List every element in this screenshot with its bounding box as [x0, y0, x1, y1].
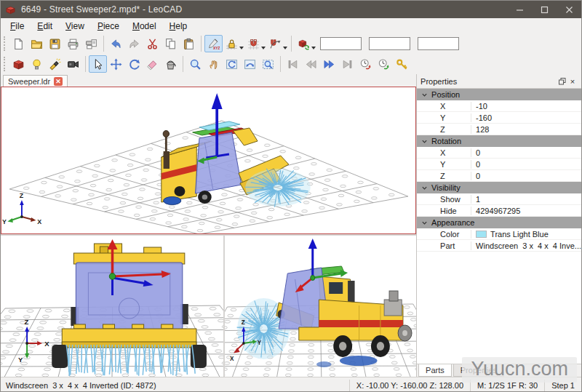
snap-angle-dropdown-icon: [283, 47, 287, 49]
cut-button[interactable]: [143, 35, 162, 52]
snap-angle-button[interactable]: [266, 35, 284, 52]
zoom-tool-button[interactable]: [186, 55, 204, 73]
property-value[interactable]: 0: [471, 160, 581, 169]
float-dock-icon[interactable]: [557, 76, 567, 87]
menu-edit[interactable]: Edit: [31, 20, 59, 33]
property-label: Hide: [440, 207, 471, 215]
property-value[interactable]: 0: [471, 172, 581, 180]
window-title: 6649 - Street Sweeper2.mpd* - LeoCAD: [21, 4, 182, 15]
property-value[interactable]: Trans Light Blue: [471, 230, 581, 239]
chevron-down-icon: [421, 138, 428, 145]
transform-swap-group[interactable]: [295, 35, 316, 52]
pan-tool-button[interactable]: [204, 55, 223, 73]
viewport-front[interactable]: Z X Y: [1, 236, 223, 377]
snap-move-group[interactable]: [244, 35, 266, 52]
first-step-button[interactable]: [284, 55, 302, 73]
copy-button[interactable]: [162, 35, 180, 52]
property-value[interactable]: Windscreen 3 x 4 x 4 Inve...: [471, 241, 581, 250]
properties-dock-titlebar[interactable]: Properties ×: [417, 74, 581, 88]
group-visibility[interactable]: Visibility: [417, 182, 581, 193]
sweeper-brush-bristles: [66, 345, 195, 376]
snap-angle-group[interactable]: [266, 35, 288, 52]
undo-button[interactable]: [107, 35, 125, 52]
lock-snap-button[interactable]: [223, 35, 241, 52]
properties-empty-area: [417, 252, 581, 364]
delete-tool-button[interactable]: [143, 55, 162, 73]
leocad-window: 6649 - Street Sweeper2.mpd* - LeoCAD Fil…: [0, 0, 582, 392]
paint-tool-button[interactable]: [162, 55, 180, 73]
group-position[interactable]: Position: [417, 89, 581, 100]
insert-piece-button[interactable]: [9, 55, 28, 73]
print-preview-button[interactable]: [82, 35, 100, 52]
property-value[interactable]: 0: [471, 148, 581, 157]
close-dock-icon[interactable]: ×: [567, 76, 578, 87]
camera-button[interactable]: [64, 55, 82, 73]
rotate-view-button[interactable]: [223, 55, 241, 73]
lock-snap-group[interactable]: [223, 35, 244, 52]
broom-piece: [164, 151, 170, 169]
svg-text:Y: Y: [2, 218, 7, 225]
property-label: Y: [440, 113, 471, 122]
property-row: Show1: [417, 193, 581, 205]
light-button[interactable]: [28, 55, 46, 73]
toolbar-grip[interactable]: [4, 36, 7, 51]
group-appearance[interactable]: Appearance: [417, 217, 581, 228]
app-logo-brick-icon: [5, 4, 16, 15]
redo-button[interactable]: [125, 35, 143, 52]
zoom-region-button[interactable]: [259, 55, 277, 73]
property-label: X: [440, 148, 471, 157]
snap-z-combo[interactable]: [369, 37, 410, 50]
move-relative-xyz-button[interactable]: XYZ: [204, 35, 223, 52]
street-sweeper-model-front[interactable]: [52, 239, 207, 376]
last-step-button[interactable]: [338, 55, 356, 73]
dock-tab-parts[interactable]: Parts: [418, 364, 452, 377]
add-keys-button[interactable]: [393, 55, 411, 73]
menu-help[interactable]: Help: [163, 20, 194, 33]
street-sweeper-model-side[interactable]: [237, 239, 412, 367]
viewport-side[interactable]: Z Y X: [225, 236, 416, 377]
transform-swap-dropdown-icon: [311, 47, 316, 49]
print-button[interactable]: [64, 35, 82, 52]
save-file-button[interactable]: [46, 35, 64, 52]
time-forward-button[interactable]: [375, 55, 393, 73]
paste-button[interactable]: [180, 35, 198, 52]
roll-tool-button[interactable]: [241, 55, 259, 73]
menu-file[interactable]: File: [4, 20, 31, 33]
menu-view[interactable]: View: [59, 20, 91, 33]
property-value[interactable]: -10: [471, 102, 581, 111]
menu-piece[interactable]: Piece: [91, 20, 126, 33]
snap-xy-combo[interactable]: [320, 37, 362, 50]
transform-swap-button[interactable]: [295, 35, 313, 52]
properties-dock: Properties × Position X-10 Y-160 Z128 Ro…: [416, 74, 581, 377]
viewport-perspective[interactable]: Z Y X: [1, 87, 416, 234]
select-tool-button[interactable]: [89, 55, 107, 73]
property-value[interactable]: 128: [471, 125, 581, 134]
close-button[interactable]: [557, 1, 581, 18]
street-sweeper-model-perspective[interactable]: [162, 93, 311, 207]
move-tool-button[interactable]: [107, 55, 125, 73]
rotate-tool-button[interactable]: [125, 55, 143, 73]
previous-step-button[interactable]: [302, 55, 320, 73]
chevron-down-icon: [421, 185, 428, 191]
spotlight-button[interactable]: [46, 55, 64, 73]
model-tabs-and-viewports: Sweeper.ldr ✕: [1, 74, 416, 377]
disc-brush: [164, 197, 181, 205]
maximize-button[interactable]: [532, 1, 557, 18]
next-step-button[interactable]: [320, 55, 338, 73]
open-file-button[interactable]: [28, 35, 46, 52]
property-row: Y0: [417, 159, 581, 170]
tab-sweeper-ldr[interactable]: Sweeper.ldr ✕: [3, 75, 68, 87]
property-value[interactable]: -160: [471, 113, 581, 122]
tab-close-icon[interactable]: ✕: [54, 77, 63, 86]
toolbar-grip[interactable]: [4, 57, 7, 71]
new-file-button[interactable]: [9, 35, 28, 52]
time-backward-button[interactable]: [356, 55, 375, 73]
property-label: Show: [440, 195, 471, 204]
group-rotation[interactable]: Rotation: [417, 135, 581, 147]
property-value[interactable]: 1: [471, 195, 581, 204]
minimize-button[interactable]: [507, 1, 532, 18]
snap-move-button[interactable]: [244, 35, 263, 52]
property-value[interactable]: 4294967295: [471, 207, 581, 215]
menu-model[interactable]: Model: [126, 20, 163, 33]
snap-angle-combo[interactable]: [418, 37, 459, 50]
